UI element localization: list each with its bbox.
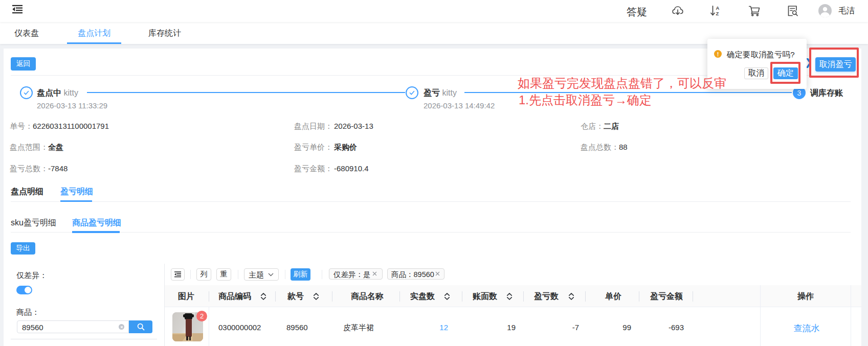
svg-text:A: A [716, 5, 720, 11]
svg-text:Z: Z [716, 11, 719, 16]
